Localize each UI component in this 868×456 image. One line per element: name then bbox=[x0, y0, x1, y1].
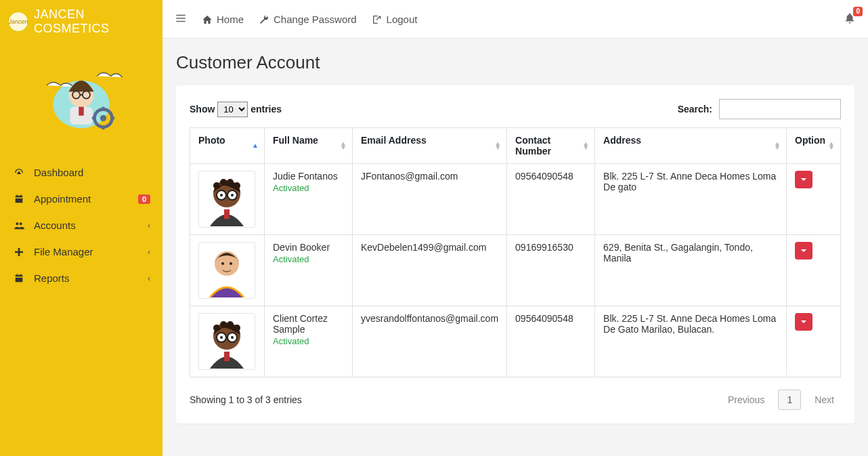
caret-down-icon bbox=[798, 316, 809, 327]
table-controls: Show 10 entries Search: bbox=[190, 99, 841, 119]
svg-rect-6 bbox=[79, 107, 83, 116]
cell-contact: 09564090548 bbox=[507, 164, 595, 235]
page-number[interactable]: 1 bbox=[778, 390, 801, 410]
length-label-pre: Show bbox=[190, 104, 215, 115]
sort-asc-icon: ▲ bbox=[252, 144, 259, 148]
full-name-value: Devin Booker bbox=[273, 242, 344, 253]
nav-logout[interactable]: Logout bbox=[372, 13, 418, 25]
cell-option bbox=[787, 164, 841, 235]
chevron-left-icon: ‹ bbox=[148, 221, 150, 230]
cell-contact: 09169916530 bbox=[507, 235, 595, 306]
cell-address: 629, Benita St., Gagalangin, Tondo, Mani… bbox=[595, 235, 787, 306]
cell-photo bbox=[190, 306, 265, 377]
sort-icon: ▲▼ bbox=[340, 142, 347, 150]
plus-icon bbox=[12, 247, 26, 257]
avatar bbox=[198, 313, 255, 370]
status-badge: Activated bbox=[273, 254, 344, 264]
col-full-name[interactable]: Full Name ▲▼ bbox=[265, 128, 353, 164]
notifications-button[interactable]: 0 bbox=[844, 12, 856, 26]
status-badge: Activated bbox=[273, 336, 344, 346]
next-button[interactable]: Next bbox=[808, 390, 841, 409]
col-photo[interactable]: Photo ▲ bbox=[190, 128, 265, 164]
sidebar-item-file-manager[interactable]: File Manager ‹ bbox=[0, 239, 162, 265]
appointment-badge: 0 bbox=[138, 194, 150, 204]
caret-down-icon bbox=[798, 174, 809, 185]
table-card: Show 10 entries Search: bbox=[176, 85, 854, 423]
cell-photo bbox=[190, 235, 265, 306]
page-title: Customer Account bbox=[176, 52, 854, 73]
svg-point-8 bbox=[100, 115, 106, 121]
sidebar-item-accounts[interactable]: Accounts ‹ bbox=[0, 212, 162, 239]
search-input[interactable] bbox=[719, 99, 841, 119]
search-label: Search: bbox=[678, 104, 712, 115]
sidebar-item-label: Dashboard bbox=[34, 167, 83, 178]
row-actions-button[interactable] bbox=[795, 171, 812, 188]
length-control: Show 10 entries bbox=[190, 102, 282, 117]
cell-full-name: Devin BookerActivated bbox=[265, 235, 353, 306]
brand-logo-text: Jancen bbox=[8, 18, 28, 25]
nav-home-label: Home bbox=[217, 14, 244, 25]
svg-rect-24 bbox=[224, 209, 230, 219]
tachometer-icon bbox=[12, 167, 26, 178]
svg-rect-10 bbox=[102, 126, 105, 130]
length-select[interactable]: 10 bbox=[217, 102, 248, 117]
home-icon bbox=[202, 13, 213, 25]
topbar: Home Change Password Logout 0 bbox=[162, 0, 868, 39]
svg-rect-40 bbox=[224, 352, 230, 361]
brand: Jancen JANCEN COSMETICS bbox=[0, 2, 162, 41]
table-row: Devin BookerActivatedKevDebelen1499@gmai… bbox=[190, 235, 841, 306]
avatar bbox=[198, 242, 255, 299]
brand-title: JANCEN COSMETICS bbox=[34, 7, 154, 36]
customer-table: Photo ▲ Full Name ▲▼ Email Address ▲▼ bbox=[190, 127, 841, 377]
col-option-label: Option bbox=[795, 135, 825, 146]
col-option[interactable]: Option ▲▼ bbox=[787, 128, 841, 164]
sidebar-item-appointment[interactable]: Appointment 0 bbox=[0, 186, 162, 212]
nav-home[interactable]: Home bbox=[202, 13, 244, 25]
sort-icon: ▲▼ bbox=[494, 142, 501, 150]
row-actions-button[interactable] bbox=[795, 313, 812, 331]
col-email[interactable]: Email Address ▲▼ bbox=[353, 128, 507, 164]
svg-point-17 bbox=[227, 179, 234, 186]
svg-point-23 bbox=[231, 194, 234, 196]
menu-toggle-icon[interactable] bbox=[175, 12, 187, 26]
cell-email: KevDebelen1499@gmail.com bbox=[353, 235, 507, 306]
caret-down-icon bbox=[798, 245, 809, 256]
cell-full-name: Judie FontanosActivated bbox=[265, 164, 353, 235]
pagination: Previous 1 Next bbox=[721, 390, 841, 410]
col-email-label: Email Address bbox=[361, 135, 427, 146]
row-actions-button[interactable] bbox=[795, 242, 812, 260]
svg-rect-12 bbox=[111, 117, 115, 120]
col-contact[interactable]: Contact Number ▲▼ bbox=[507, 128, 595, 164]
wrench-icon bbox=[259, 13, 269, 25]
nav-change-password[interactable]: Change Password bbox=[259, 13, 357, 25]
table-row: Client Cortez SampleActivatedyvesrandolf… bbox=[190, 306, 841, 377]
sidebar-item-dashboard[interactable]: Dashboard bbox=[0, 159, 162, 186]
search-control: Search: bbox=[678, 99, 841, 119]
avatar bbox=[198, 171, 255, 228]
cell-photo bbox=[190, 164, 265, 235]
main-area: Home Change Password Logout 0 Custom bbox=[162, 0, 868, 456]
svg-point-31 bbox=[213, 325, 220, 331]
sidebar-nav: Dashboard Appointment 0 Accounts ‹ bbox=[0, 159, 162, 291]
svg-point-15 bbox=[213, 182, 220, 189]
page-content: Customer Account Show 10 entries Search: bbox=[162, 39, 868, 444]
brand-logo-icon: Jancen bbox=[8, 12, 28, 32]
sidebar-item-reports[interactable]: Reports ‹ bbox=[0, 265, 162, 291]
notifications-badge: 0 bbox=[853, 7, 863, 16]
prev-button[interactable]: Previous bbox=[721, 390, 771, 409]
svg-point-28 bbox=[230, 262, 232, 265]
svg-point-32 bbox=[220, 321, 227, 328]
svg-rect-9 bbox=[102, 107, 105, 111]
cell-option bbox=[787, 235, 841, 306]
sort-icon: ▲▼ bbox=[582, 142, 589, 150]
svg-rect-11 bbox=[92, 117, 96, 120]
nav-logout-label: Logout bbox=[387, 14, 418, 25]
col-address[interactable]: Address ▲▼ bbox=[595, 128, 787, 164]
svg-point-27 bbox=[221, 262, 224, 265]
table-row: Judie FontanosActivatedJFontanos@gmail.c… bbox=[190, 164, 841, 235]
table-footer: Showing 1 to 3 of 3 entries Previous 1 N… bbox=[190, 390, 841, 410]
cell-address: Blk. 225 L-7 St. Anne Deca Homes Loma De… bbox=[595, 306, 787, 377]
svg-point-16 bbox=[220, 179, 227, 186]
sidebar-item-label: File Manager bbox=[34, 246, 93, 257]
sidebar-item-label: Reports bbox=[34, 272, 70, 284]
